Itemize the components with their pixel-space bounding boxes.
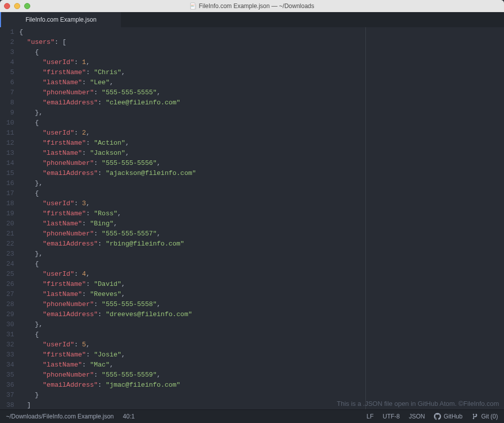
wrap-guide xyxy=(365,27,366,409)
tab-title: FileInfo.com Example.json xyxy=(26,16,97,23)
line-number: 6 xyxy=(0,78,14,88)
code-line[interactable]: { xyxy=(19,27,504,37)
code-line[interactable]: "lastName": "Reeves", xyxy=(19,289,504,299)
code-line[interactable]: }, xyxy=(19,178,504,189)
code-line[interactable]: "lastName": "Bing", xyxy=(19,219,504,229)
code-line[interactable]: "emailAddress": "jmac@fileinfo.com" xyxy=(19,380,504,390)
line-number: 10 xyxy=(0,118,14,128)
json-file-icon xyxy=(190,3,197,10)
code-line[interactable]: { xyxy=(19,259,504,269)
status-git[interactable]: Git (0) xyxy=(472,413,498,420)
line-number: 7 xyxy=(0,88,14,98)
watermark-text: This is a .JSON file open in GitHub Atom… xyxy=(337,400,499,407)
line-number: 32 xyxy=(0,340,14,350)
code-line[interactable]: }, xyxy=(19,320,504,330)
code-line[interactable]: { xyxy=(19,47,504,57)
code-line[interactable]: "userId": 3, xyxy=(19,199,504,209)
minimize-window-button[interactable] xyxy=(14,3,20,9)
maximize-window-button[interactable] xyxy=(24,3,30,9)
window-titlebar: FileInfo.com Example.json — ~/Downloads xyxy=(0,0,504,12)
code-line[interactable]: "phoneNumber": "555-555-5559", xyxy=(19,370,504,380)
status-github[interactable]: GitHub xyxy=(434,413,462,420)
line-number: 15 xyxy=(0,168,14,178)
code-line[interactable]: "emailAddress": "rbing@fileinfo.com" xyxy=(19,239,504,249)
line-number: 30 xyxy=(0,320,14,330)
status-file-path[interactable]: ~/Downloads/FileInfo.com Example.json xyxy=(6,413,114,420)
code-line[interactable]: "emailAddress": "clee@fileinfo.com" xyxy=(19,98,504,108)
code-line[interactable]: { xyxy=(19,330,504,340)
code-line[interactable]: "emailAddress": "ajackson@fileinfo.com" xyxy=(19,168,504,178)
line-number: 9 xyxy=(0,108,14,118)
status-language[interactable]: JSON xyxy=(409,413,425,420)
code-line[interactable]: "firstName": "Chris", xyxy=(19,68,504,78)
code-line[interactable]: "phoneNumber": "555-555-5558", xyxy=(19,299,504,310)
line-number: 5 xyxy=(0,68,14,78)
status-line-ending[interactable]: LF xyxy=(366,413,373,420)
code-line[interactable]: } xyxy=(19,390,504,400)
line-number: 12 xyxy=(0,138,14,148)
line-number: 13 xyxy=(0,148,14,158)
line-number: 16 xyxy=(0,178,14,189)
code-line[interactable]: "phoneNumber": "555-555-5557", xyxy=(19,229,504,239)
line-number: 19 xyxy=(0,209,14,219)
line-number: 20 xyxy=(0,219,14,229)
git-branch-icon xyxy=(472,413,479,420)
line-number: 23 xyxy=(0,249,14,259)
line-number: 26 xyxy=(0,279,14,289)
code-line[interactable]: "firstName": "David", xyxy=(19,279,504,289)
code-line[interactable]: }, xyxy=(19,249,504,259)
code-line[interactable]: "emailAddress": "dreeves@fileinfo.com" xyxy=(19,310,504,320)
code-line[interactable]: "userId": 5, xyxy=(19,340,504,350)
line-number: 36 xyxy=(0,380,14,390)
editor[interactable]: 1234567891011121314151617181920212223242… xyxy=(0,27,504,409)
line-number: 1 xyxy=(0,27,14,37)
code-line[interactable]: "userId": 2, xyxy=(19,128,504,138)
code-line[interactable]: "userId": 1, xyxy=(19,57,504,68)
line-number: 31 xyxy=(0,330,14,340)
line-number: 35 xyxy=(0,370,14,380)
line-number: 38 xyxy=(0,400,14,409)
line-number: 18 xyxy=(0,199,14,209)
line-number: 2 xyxy=(0,37,14,47)
code-line[interactable]: "lastName": "Mac", xyxy=(19,360,504,370)
svg-rect-1 xyxy=(191,5,195,5)
line-number: 34 xyxy=(0,360,14,370)
code-line[interactable]: "userId": 4, xyxy=(19,269,504,279)
code-line[interactable]: "firstName": "Ross", xyxy=(19,209,504,219)
tab-active[interactable]: FileInfo.com Example.json xyxy=(0,12,121,27)
line-number: 14 xyxy=(0,158,14,168)
line-number: 28 xyxy=(0,299,14,310)
line-number: 17 xyxy=(0,189,14,199)
svg-rect-3 xyxy=(191,7,194,7)
code-line[interactable]: "firstName": "Josie", xyxy=(19,350,504,360)
close-window-button[interactable] xyxy=(4,3,10,9)
status-github-label: GitHub xyxy=(444,413,462,420)
line-number-gutter: 1234567891011121314151617181920212223242… xyxy=(0,27,19,409)
tab-bar: FileInfo.com Example.json xyxy=(0,12,504,27)
line-number: 29 xyxy=(0,310,14,320)
line-number: 11 xyxy=(0,128,14,138)
code-line[interactable]: { xyxy=(19,118,504,128)
status-git-label: Git (0) xyxy=(481,413,498,420)
code-line[interactable]: { xyxy=(19,189,504,199)
line-number: 4 xyxy=(0,57,14,68)
code-line[interactable]: "phoneNumber": "555-555-5555", xyxy=(19,88,504,98)
code-line[interactable]: "phoneNumber": "555-555-5556", xyxy=(19,158,504,168)
status-encoding[interactable]: UTF-8 xyxy=(383,413,400,420)
line-number: 8 xyxy=(0,98,14,108)
code-line[interactable]: "firstName": "Action", xyxy=(19,138,504,148)
status-cursor-position[interactable]: 40:1 xyxy=(123,413,135,420)
status-bar: ~/Downloads/FileInfo.com Example.json 40… xyxy=(0,409,504,423)
window-title: FileInfo.com Example.json — ~/Downloads xyxy=(190,3,314,10)
code-line[interactable]: "lastName": "Jackson", xyxy=(19,148,504,158)
traffic-lights xyxy=(4,3,30,9)
line-number: 24 xyxy=(0,259,14,269)
line-number: 37 xyxy=(0,390,14,400)
line-number: 22 xyxy=(0,239,14,249)
code-line[interactable]: }, xyxy=(19,108,504,118)
code-line[interactable]: "lastName": "Lee", xyxy=(19,78,504,88)
github-icon xyxy=(434,413,441,420)
line-number: 3 xyxy=(0,47,14,57)
code-line[interactable]: "users": [ xyxy=(19,37,504,47)
code-content[interactable]: { "users": [ { "userId": 1, "firstName":… xyxy=(19,27,504,409)
